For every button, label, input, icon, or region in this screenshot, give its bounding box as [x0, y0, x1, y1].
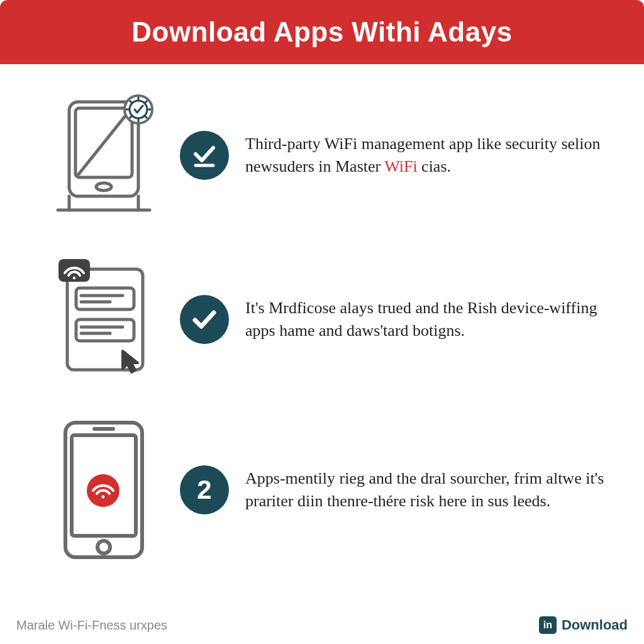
badge-col	[170, 131, 239, 180]
list-item: 2 Apps-mentily rieg and the dral sourche…	[38, 418, 606, 562]
illustration-device-gear	[38, 89, 170, 221]
illustration-list-wifi	[38, 257, 170, 382]
infographic-card: Download Apps Withi Adays	[0, 0, 644, 644]
highlight-wifi: WiFi	[384, 157, 417, 175]
linkedin-icon: in	[539, 616, 557, 634]
footer-caption: Marale Wi-Fi-Fness urxpes	[16, 618, 167, 633]
badge-col: 2	[170, 465, 239, 514]
list-item: It's Mrdficose alays trued and the Rish …	[38, 257, 606, 382]
number-badge: 2	[180, 465, 229, 514]
header-bar: Download Apps Withi Adays	[0, 0, 644, 64]
item-text: Third-party WiFi management app like sec…	[239, 133, 606, 179]
svg-point-26	[73, 277, 75, 279]
check-badge	[180, 295, 229, 344]
illustration-phone-wifi	[38, 418, 170, 562]
check-underline-badge	[180, 131, 229, 180]
item-text: It's Mrdficose alays trued and the Rish …	[239, 297, 606, 343]
badge-col	[170, 295, 239, 344]
content-area: Third-party WiFi management app like sec…	[0, 64, 644, 562]
svg-point-32	[102, 496, 105, 499]
text-span: It's Mrdficose alays trued and the Rish …	[245, 299, 597, 340]
download-label: Download	[562, 617, 628, 633]
page-title: Download Apps Withi Adays	[131, 16, 512, 47]
badge-number: 2	[197, 475, 211, 505]
download-button[interactable]: in Download	[539, 616, 628, 634]
text-span: Apps-mentily rieg and the dral sourcher,…	[245, 469, 604, 510]
text-after: cias.	[418, 157, 451, 175]
footer: Marale Wi-Fi-Fness urxpes in Download	[0, 608, 644, 644]
list-item: Third-party WiFi management app like sec…	[38, 89, 606, 221]
item-text: Apps-mentily rieg and the dral sourcher,…	[239, 467, 606, 513]
